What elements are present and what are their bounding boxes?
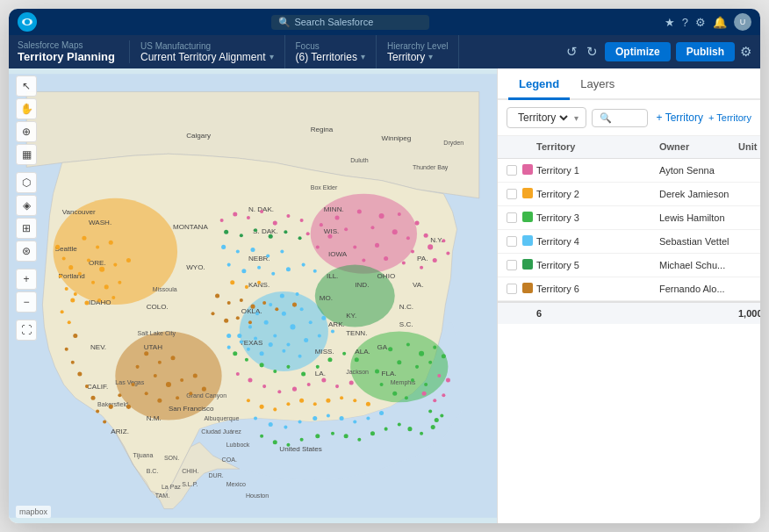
svg-text:KY.: KY. xyxy=(346,312,356,320)
undo-icon[interactable]: ↺ xyxy=(564,42,579,61)
filter-tool[interactable]: ⊞ xyxy=(16,218,37,239)
fullscreen-btn[interactable]: ⛶ xyxy=(16,320,37,341)
svg-text:S.C.: S.C. xyxy=(399,320,413,328)
svg-point-221 xyxy=(355,357,359,362)
svg-point-93 xyxy=(442,239,445,242)
row-owner-1: Derek Jamieson xyxy=(658,187,737,201)
search-bar: 🔍 xyxy=(44,15,658,30)
help-icon[interactable]: ? xyxy=(682,16,688,29)
svg-point-187 xyxy=(257,266,261,270)
cursor-tool[interactable]: ↖ xyxy=(16,75,37,97)
svg-point-274 xyxy=(62,257,66,261)
setup-icon[interactable]: ⚙ xyxy=(695,16,706,29)
svg-point-275 xyxy=(68,265,73,270)
svg-point-98 xyxy=(433,258,437,262)
add-territory-btn[interactable]: + Territory xyxy=(657,111,703,124)
pan-tool[interactable]: ✋ xyxy=(16,98,37,119)
svg-point-280 xyxy=(68,320,71,324)
svg-point-239 xyxy=(353,399,356,402)
app-title-group: Salesforce Maps Territory Planning xyxy=(18,40,130,63)
tab-legend[interactable]: Legend xyxy=(508,68,570,100)
svg-point-106 xyxy=(290,324,295,329)
map-area[interactable]: Vancouver Seattle WASH. Portland ORE. ID… xyxy=(9,68,497,523)
svg-text:Tijuana: Tijuana xyxy=(133,452,154,459)
row-checkbox-2[interactable] xyxy=(505,211,521,225)
svg-point-210 xyxy=(282,349,285,353)
avatar[interactable]: U xyxy=(734,13,751,31)
redo-icon[interactable]: ↻ xyxy=(585,42,600,61)
svg-point-148 xyxy=(176,396,179,399)
app-name: Salesforce Maps xyxy=(18,40,115,50)
lasso-tool[interactable]: ⬡ xyxy=(16,172,37,193)
select-tool[interactable]: ▦ xyxy=(16,144,37,165)
table-row: Territory 5 Michael Schu... 155 ⋯ xyxy=(498,254,760,277)
filter-search-input[interactable] xyxy=(615,112,640,123)
svg-point-99 xyxy=(446,251,449,255)
svg-point-5 xyxy=(350,331,448,402)
svg-point-235 xyxy=(299,399,304,403)
svg-text:CHIH.: CHIH. xyxy=(182,468,198,474)
svg-text:S.L.P.: S.L.P. xyxy=(182,481,198,487)
svg-text:Box Elder: Box Elder xyxy=(311,184,338,191)
svg-point-88 xyxy=(424,234,428,238)
svg-point-217 xyxy=(301,371,305,376)
search-input[interactable] xyxy=(294,17,417,27)
svg-point-139 xyxy=(158,361,162,364)
svg-point-131 xyxy=(442,354,446,358)
svg-point-258 xyxy=(357,438,361,442)
svg-point-214 xyxy=(260,363,264,367)
publish-button[interactable]: Publish xyxy=(676,42,735,61)
search-wrap[interactable]: 🔍 xyxy=(271,15,429,30)
alignment-dropdown[interactable]: US Manufacturing Current Territory Align… xyxy=(130,35,285,68)
hierarchy-dropdown[interactable]: Hierarchy Level Territory ▾ xyxy=(377,35,459,68)
svg-point-193 xyxy=(245,285,248,289)
svg-point-170 xyxy=(260,210,263,213)
svg-text:IND.: IND. xyxy=(355,281,369,289)
filter-dropdown[interactable]: Territory xyxy=(514,111,571,125)
svg-point-205 xyxy=(248,320,252,324)
svg-point-143 xyxy=(180,378,183,382)
svg-point-184 xyxy=(280,249,284,253)
svg-point-1 xyxy=(25,19,30,25)
zoom-in-btn[interactable]: + xyxy=(16,269,37,290)
add-territory-label[interactable]: + Territory xyxy=(708,112,751,123)
notifications-icon[interactable]: 🔔 xyxy=(713,16,727,29)
row-checkbox-4[interactable] xyxy=(505,258,521,272)
svg-point-288 xyxy=(103,421,106,424)
svg-point-213 xyxy=(245,358,248,362)
svg-point-140 xyxy=(170,356,175,360)
circle-tool[interactable]: ⊕ xyxy=(16,121,37,142)
row-checkbox-0[interactable] xyxy=(505,163,521,177)
svg-point-123 xyxy=(260,351,264,356)
row-count-5: 154 xyxy=(737,282,760,296)
favorites-icon[interactable]: ★ xyxy=(665,16,675,29)
filter-select-wrap[interactable]: Territory ▾ xyxy=(507,107,586,128)
mapbox-logo: mapbox xyxy=(16,506,51,518)
polygon-tool[interactable]: ◈ xyxy=(16,195,37,216)
svg-point-192 xyxy=(230,280,234,284)
zoom-out-btn[interactable]: − xyxy=(16,291,37,313)
row-checkbox-1[interactable] xyxy=(505,187,521,201)
svg-point-289 xyxy=(109,405,113,409)
svg-point-277 xyxy=(65,287,68,291)
row-checkbox-5[interactable] xyxy=(505,282,521,296)
svg-point-185 xyxy=(227,263,231,267)
svg-text:WYO.: WYO. xyxy=(186,263,205,271)
row-checkbox-3[interactable] xyxy=(505,234,521,248)
optimize-button[interactable]: Optimize xyxy=(605,42,671,61)
svg-point-237 xyxy=(326,399,330,403)
svg-point-129 xyxy=(415,365,419,369)
filter-search[interactable]: 🔍 xyxy=(592,109,648,127)
row-name-5: Territory 6 xyxy=(535,282,658,296)
svg-point-249 xyxy=(366,416,370,420)
settings-button[interactable]: ⚙ xyxy=(740,44,751,60)
svg-point-238 xyxy=(340,396,343,399)
row-owner-4: Michael Schu... xyxy=(658,258,737,272)
row-color-0 xyxy=(521,162,535,178)
focus-dropdown[interactable]: Focus (6) Territories ▾ xyxy=(285,35,377,68)
svg-point-287 xyxy=(96,409,99,413)
route-tool[interactable]: ⊛ xyxy=(16,241,37,262)
svg-point-149 xyxy=(189,392,192,395)
tab-layers[interactable]: Layers xyxy=(570,68,625,100)
row-owner-5: Fernando Alo... xyxy=(658,282,737,296)
